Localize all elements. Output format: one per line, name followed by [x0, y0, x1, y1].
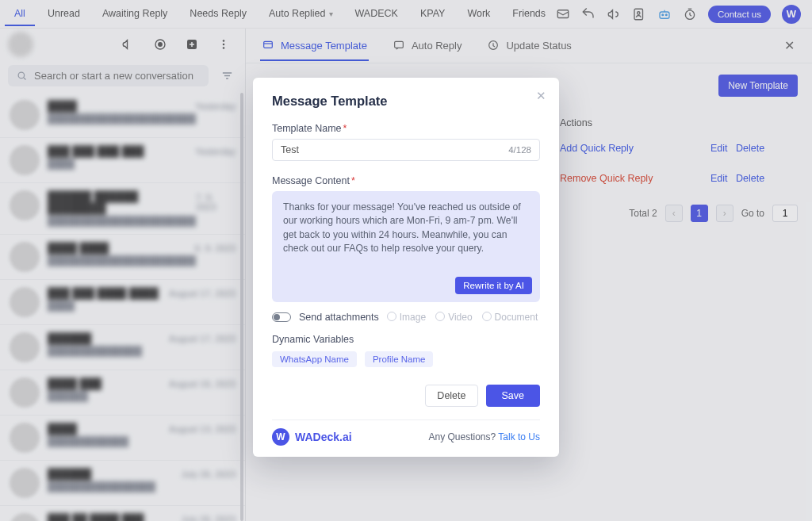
dynamic-variables-label: Dynamic Variables	[272, 334, 540, 345]
rewrite-by-ai-button[interactable]: Rewrite it by AI	[455, 277, 532, 294]
modal-overlay[interactable]: ✕ Message Template Template Name* 4/128 …	[0, 0, 812, 521]
message-content-textarea[interactable]	[283, 201, 529, 264]
message-content-label: Message Content*	[272, 175, 540, 186]
modal-title: Message Template	[272, 94, 540, 109]
footer-question: Any Questions? Talk to Us	[428, 431, 540, 442]
message-template-modal: ✕ Message Template Template Name* 4/128 …	[253, 78, 559, 457]
brand-logo-icon: W	[272, 428, 289, 446]
talk-to-us-link[interactable]: Talk to Us	[498, 431, 540, 442]
var-whatsapp-name[interactable]: WhatsApp Name	[272, 351, 357, 367]
send-attachments-label: Send attachments	[299, 312, 379, 323]
attachment-option-video: Video	[435, 312, 472, 323]
delete-button[interactable]: Delete	[425, 385, 477, 407]
var-profile-name[interactable]: Profile Name	[365, 351, 433, 367]
attachment-option-document: Document	[482, 312, 538, 323]
close-modal-icon[interactable]: ✕	[536, 89, 546, 103]
template-name-input[interactable]	[281, 144, 508, 155]
brand-footer: W WADeck.ai	[272, 428, 352, 446]
attachment-options: Image Video Document	[387, 312, 538, 323]
template-name-counter: 4/128	[508, 145, 531, 155]
attachment-option-image: Image	[387, 312, 426, 323]
save-button[interactable]: Save	[486, 385, 541, 407]
template-name-label: Template Name*	[272, 123, 540, 134]
send-attachments-toggle[interactable]	[272, 312, 291, 322]
